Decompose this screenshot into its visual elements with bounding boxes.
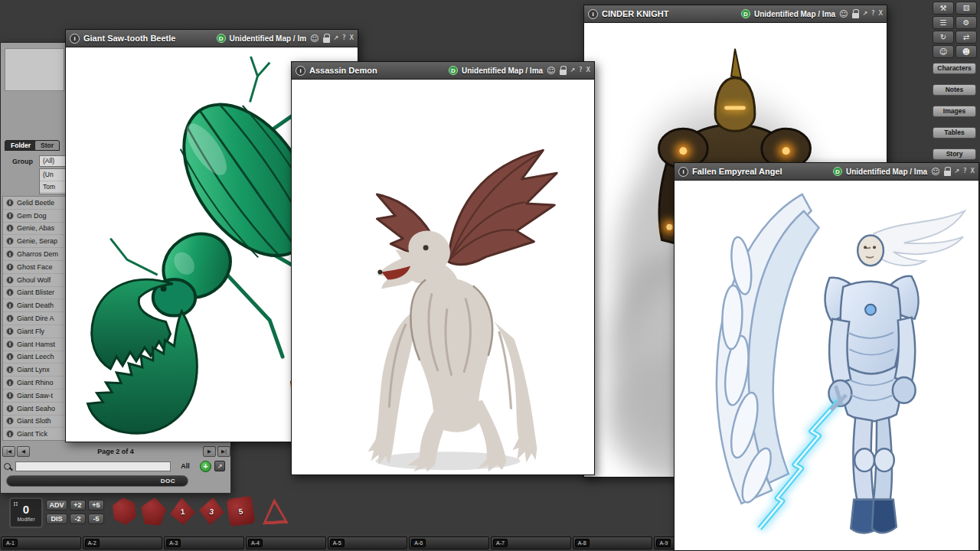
options-icon[interactable]: ⚙ [956,16,977,29]
minus2-button[interactable]: -2 [70,514,86,524]
sidebar-button-notes[interactable]: Notes [933,84,976,96]
lock-icon[interactable] [323,37,330,43]
info-icon: i [6,302,14,309]
die-d12-icon[interactable] [139,497,167,527]
dice-icon[interactable]: ⚄ [956,2,977,15]
maximize-button[interactable]: ↗ [955,167,960,174]
info-icon: i [6,430,14,438]
die-d8-icon[interactable]: 3 [198,496,226,526]
die-d10-icon[interactable]: 1 [169,497,196,526]
doc-dock[interactable]: DOC [6,475,188,487]
lock-icon[interactable] [852,13,859,18]
sidebar: Characters Notes Images Tables Story [933,63,976,160]
help-button[interactable]: ? [342,34,345,41]
hotbar-slot-label: A-9 [656,539,671,547]
plus5-button[interactable]: +5 [88,500,104,510]
maximize-button[interactable]: ↗ [570,66,576,73]
next-page-button[interactable]: ▶ [203,446,216,457]
info-icon[interactable]: i [678,167,688,177]
hotbar-slot[interactable]: A-7 [491,536,571,549]
maximize-button[interactable]: ↗ [334,34,339,41]
close-button[interactable]: X [971,167,975,174]
hotbar-slot[interactable]: A-8 [573,536,653,549]
die-d6-icon[interactable]: 5 [227,496,256,527]
tab-story[interactable]: Stor [34,140,60,151]
map-breadcrumb[interactable]: Unidentified Map / Im [230,34,307,43]
window-titlebar[interactable]: i Fallen Empyreal Angel D Unidentified M… [675,163,978,181]
first-page-button[interactable]: |◀ [2,446,15,457]
token-icon[interactable]: ☺ [310,34,318,43]
image-canvas[interactable] [292,80,594,474]
map-breadcrumb[interactable]: Unidentified Map / Ima [846,168,927,176]
last-page-button[interactable]: ▶| [217,446,230,457]
sidebar-button-characters[interactable]: Characters [933,63,976,74]
maximize-button[interactable]: ↗ [863,9,868,17]
close-button[interactable]: X [879,9,883,17]
tab-folder[interactable]: Folder [5,140,37,151]
module-icon[interactable]: D [741,9,750,18]
info-icon[interactable]: i [70,34,80,44]
search-input[interactable] [15,461,171,471]
hotbar-slot[interactable]: A-5 [328,536,408,549]
modifier-value: 0 [23,504,29,515]
window-title: CINDER KNIGHT [602,9,668,18]
page-indicator: Page 2 of 4 [30,448,201,455]
module-icon[interactable]: D [833,167,842,176]
minus5-button[interactable]: -5 [88,514,104,524]
player-icon[interactable]: ☺ [933,45,954,58]
hotbar-slot[interactable]: A-4 [246,536,326,549]
add-record-button[interactable]: + [200,461,211,472]
list-item-label: Giant Lynx [17,366,50,373]
token-icon[interactable]: ☺ [839,10,848,18]
close-button[interactable]: X [586,66,590,73]
hotbar-slot[interactable]: A-1 [1,536,81,549]
info-icon: i [6,212,14,220]
swap-icon[interactable]: ⇄ [956,31,977,44]
window-title: Fallen Empyreal Angel [692,167,782,176]
help-button[interactable]: ? [963,167,966,174]
sidebar-button-images[interactable]: Images [933,106,976,117]
die-d4-icon[interactable] [261,497,289,525]
image-canvas[interactable] [675,181,978,550]
open-window-button[interactable]: ↗ [214,461,225,471]
info-icon[interactable]: i [296,66,305,76]
hotbar-slot[interactable]: A-2 [83,536,163,549]
window-titlebar[interactable]: i Giant Saw-tooth Beetle D Unidentified … [66,30,358,47]
list-item-label: Giant Fly [17,328,44,335]
desktop-toolbar: ⚒ ⚄ ☰ ⚙ ↻ ⇄ ☺ ☻ [933,2,977,58]
window-titlebar[interactable]: i Assassin Demon D Unidentified Map / Im… [292,62,594,80]
module-icon[interactable]: D [217,34,226,43]
token-icon[interactable]: ☺ [547,67,555,75]
info-icon[interactable]: i [588,9,598,19]
die-d20-icon[interactable] [110,496,139,526]
app-root: Folder Stor Group (All) (Un Tom i Gelid … [0,0,980,551]
prev-page-button[interactable]: ◀ [17,446,30,457]
list-item-label: Gharros Dem [17,250,58,258]
info-icon: i [6,315,14,322]
sidebar-button-story[interactable]: Story [933,148,976,160]
help-button[interactable]: ? [871,9,874,17]
hotbar-slot[interactable]: A-6 [409,536,489,549]
close-button[interactable]: X [350,34,354,41]
module-icon[interactable]: D [449,66,458,75]
window-titlebar[interactable]: i CINDER KNIGHT D Unidentified Map / Ima… [584,5,887,23]
info-icon: i [6,276,14,284]
hotbar-slot[interactable]: A-3 [164,536,244,549]
help-button[interactable]: ? [579,66,582,73]
advantage-button[interactable]: ADV [46,500,67,510]
modifier-box[interactable]: 0 Modifier [9,497,43,528]
filter-all-button[interactable]: All [174,462,197,470]
lock-icon[interactable] [560,70,567,75]
map-breadcrumb[interactable]: Unidentified Map / Ima [462,67,543,75]
party-icon[interactable]: ☻ [956,45,977,58]
map-breadcrumb[interactable]: Unidentified Map / Ima [754,10,835,18]
chat-icon[interactable]: ☰ [933,16,954,29]
tools-icon[interactable]: ⚒ [933,2,954,15]
lock-icon[interactable] [944,171,951,176]
sync-icon[interactable]: ↻ [933,31,954,44]
token-icon[interactable]: ☺ [931,168,939,176]
disadvantage-button[interactable]: DIS [46,514,67,524]
info-icon: i [6,379,14,386]
plus2-button[interactable]: +2 [70,500,86,510]
sidebar-button-tables[interactable]: Tables [933,127,976,139]
